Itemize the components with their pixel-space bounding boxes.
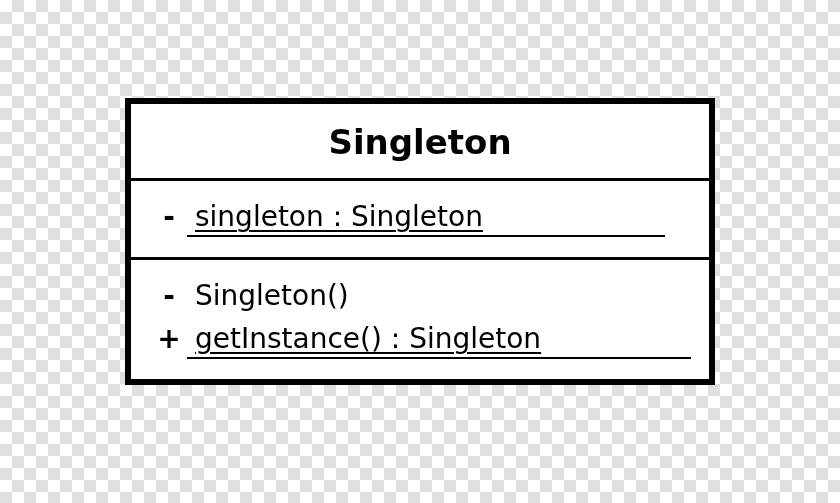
- visibility-private-icon: -: [151, 195, 187, 238]
- class-name: Singleton: [141, 122, 699, 162]
- class-name-compartment: Singleton: [131, 104, 709, 181]
- operations-compartment: - Singleton() + getInstance() : Singleto…: [131, 260, 709, 379]
- visibility-private-icon: -: [151, 274, 187, 317]
- attribute-row: - singleton : Singleton: [151, 195, 689, 238]
- uml-class-box: Singleton - singleton : Singleton - Sing…: [125, 98, 715, 384]
- operation-signature: getInstance() : Singleton: [187, 317, 547, 360]
- attribute-signature: singleton : Singleton: [187, 195, 489, 238]
- operation-signature: Singleton(): [187, 274, 355, 317]
- attributes-compartment: - singleton : Singleton: [131, 181, 709, 259]
- static-underline: [187, 235, 665, 237]
- operation-row: + getInstance() : Singleton: [151, 317, 689, 360]
- static-underline: [187, 357, 691, 359]
- visibility-public-icon: +: [151, 317, 187, 360]
- operation-row: - Singleton(): [151, 274, 689, 317]
